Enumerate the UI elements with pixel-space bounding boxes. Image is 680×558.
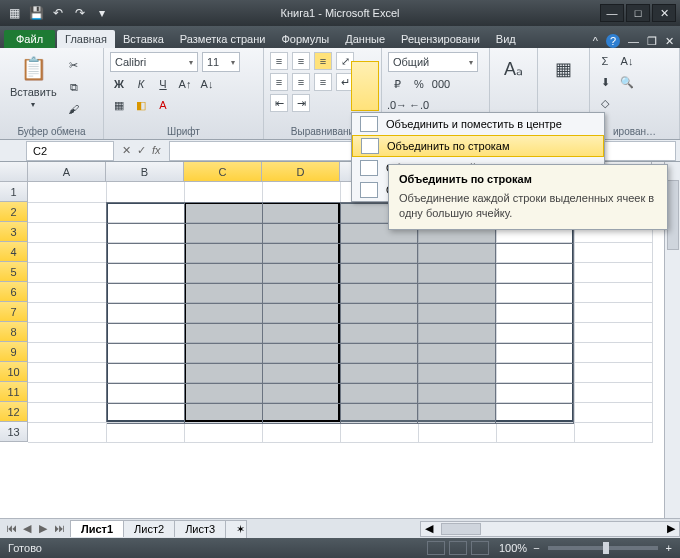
- copy-icon[interactable]: ⧉: [65, 78, 83, 96]
- sort-icon[interactable]: A↓: [618, 52, 636, 70]
- currency-icon[interactable]: ₽: [388, 75, 406, 93]
- row-header[interactable]: 9: [0, 342, 28, 362]
- zoom-slider[interactable]: [548, 546, 658, 550]
- comma-icon[interactable]: 000: [432, 75, 450, 93]
- sheet-tab[interactable]: Лист3: [174, 520, 226, 537]
- zoom-out-icon[interactable]: −: [533, 542, 539, 554]
- row-header[interactable]: 7: [0, 302, 28, 322]
- fill-color-icon[interactable]: ◧: [132, 96, 150, 114]
- borders-icon[interactable]: ▦: [110, 96, 128, 114]
- fx-icon[interactable]: fx: [152, 144, 161, 157]
- row-header[interactable]: 2: [0, 202, 28, 222]
- col-header[interactable]: C: [184, 162, 262, 181]
- tab-formulas[interactable]: Формулы: [273, 30, 337, 48]
- tab-insert[interactable]: Вставка: [115, 30, 172, 48]
- autosum-icon[interactable]: Σ: [596, 52, 614, 70]
- row-header[interactable]: 4: [0, 242, 28, 262]
- name-box[interactable]: C2: [26, 141, 114, 161]
- align-right-icon[interactable]: ≡: [314, 73, 332, 91]
- view-layout-icon[interactable]: [449, 541, 467, 555]
- italic-icon[interactable]: К: [132, 75, 150, 93]
- align-center-icon[interactable]: ≡: [292, 73, 310, 91]
- sheet-tab[interactable]: Лист2: [123, 520, 175, 537]
- sheet-nav-prev-icon[interactable]: ◀: [20, 522, 34, 535]
- window-title: Книга1 - Microsoft Excel: [281, 7, 400, 19]
- minimize-ribbon-icon[interactable]: ^: [593, 35, 598, 47]
- decrease-font-icon[interactable]: A↓: [198, 75, 216, 93]
- zoom-in-icon[interactable]: +: [666, 542, 672, 554]
- merge-center-item[interactable]: Объединить и поместить в центре: [352, 113, 604, 135]
- minimize-button[interactable]: —: [600, 4, 624, 22]
- underline-icon[interactable]: Ч: [154, 75, 172, 93]
- help-icon[interactable]: ?: [606, 34, 620, 48]
- row-header[interactable]: 5: [0, 262, 28, 282]
- decrease-indent-icon[interactable]: ⇤: [270, 94, 288, 112]
- cells-button[interactable]: ▦: [544, 52, 583, 86]
- increase-font-icon[interactable]: A↑: [176, 75, 194, 93]
- row-header[interactable]: 6: [0, 282, 28, 302]
- bold-icon[interactable]: Ж: [110, 75, 128, 93]
- redo-icon[interactable]: ↷: [72, 5, 88, 21]
- save-icon[interactable]: 💾: [28, 5, 44, 21]
- horizontal-scrollbar[interactable]: ◀▶: [420, 521, 680, 537]
- row-header[interactable]: 11: [0, 382, 28, 402]
- paste-button[interactable]: 📋 Вставить ▾: [6, 52, 61, 118]
- row-header[interactable]: 13: [0, 422, 28, 442]
- workbook-restore-icon[interactable]: ❐: [647, 35, 657, 48]
- select-all-corner[interactable]: [0, 162, 28, 181]
- sheet-tab[interactable]: Лист1: [70, 520, 124, 537]
- quick-access-toolbar: ▦ 💾 ↶ ↷ ▾: [0, 5, 110, 21]
- tab-view[interactable]: Вид: [488, 30, 524, 48]
- row-header[interactable]: 3: [0, 222, 28, 242]
- merge-across-item[interactable]: Объединить по строкам: [352, 135, 604, 157]
- increase-indent-icon[interactable]: ⇥: [292, 94, 310, 112]
- merge-cells-button[interactable]: [351, 61, 379, 111]
- row-header[interactable]: 1: [0, 182, 28, 202]
- align-middle-icon[interactable]: ≡: [292, 52, 310, 70]
- sheet-nav-first-icon[interactable]: ⏮: [4, 522, 18, 535]
- font-size-select[interactable]: 11▾: [202, 52, 240, 72]
- sheet-nav-next-icon[interactable]: ▶: [36, 522, 50, 535]
- cut-icon[interactable]: ✂: [65, 56, 83, 74]
- new-sheet-button[interactable]: ✶: [225, 520, 247, 538]
- excel-icon: ▦: [6, 5, 22, 21]
- styles-button[interactable]: Aₐ: [496, 52, 531, 86]
- enter-formula-icon[interactable]: ✓: [137, 144, 146, 157]
- view-pagebreak-icon[interactable]: [471, 541, 489, 555]
- tab-data[interactable]: Данные: [337, 30, 393, 48]
- find-icon[interactable]: 🔍: [618, 73, 636, 91]
- workbook-minimize-icon[interactable]: —: [628, 35, 639, 47]
- zoom-level[interactable]: 100%: [499, 542, 527, 554]
- tab-file[interactable]: Файл: [4, 30, 55, 48]
- align-top-icon[interactable]: ≡: [270, 52, 288, 70]
- format-painter-icon[interactable]: 🖌: [65, 100, 83, 118]
- close-button[interactable]: ✕: [652, 4, 676, 22]
- row-header[interactable]: 8: [0, 322, 28, 342]
- clear-icon[interactable]: ◇: [596, 94, 614, 112]
- view-normal-icon[interactable]: [427, 541, 445, 555]
- undo-icon[interactable]: ↶: [50, 5, 66, 21]
- font-family-select[interactable]: Calibri▾: [110, 52, 198, 72]
- tab-home[interactable]: Главная: [57, 30, 115, 48]
- sheet-nav-last-icon[interactable]: ⏭: [52, 522, 66, 535]
- qat-more-icon[interactable]: ▾: [94, 5, 110, 21]
- row-header[interactable]: 12: [0, 402, 28, 422]
- number-format-select[interactable]: Общий▾: [388, 52, 478, 72]
- percent-icon[interactable]: %: [410, 75, 428, 93]
- row-header[interactable]: 10: [0, 362, 28, 382]
- fill-icon[interactable]: ⬇: [596, 73, 614, 91]
- align-left-icon[interactable]: ≡: [270, 73, 288, 91]
- col-header[interactable]: D: [262, 162, 340, 181]
- cells-icon: ▦: [548, 54, 580, 84]
- cancel-formula-icon[interactable]: ✕: [122, 144, 131, 157]
- workbook-close-icon[interactable]: ✕: [665, 35, 674, 48]
- align-bottom-icon[interactable]: ≡: [314, 52, 332, 70]
- col-header[interactable]: A: [28, 162, 106, 181]
- status-ready: Готово: [8, 542, 42, 554]
- maximize-button[interactable]: □: [626, 4, 650, 22]
- merge-across-icon: [361, 138, 379, 154]
- col-header[interactable]: B: [106, 162, 184, 181]
- tab-review[interactable]: Рецензировани: [393, 30, 488, 48]
- tab-layout[interactable]: Разметка страни: [172, 30, 274, 48]
- font-color-icon[interactable]: A: [154, 96, 172, 114]
